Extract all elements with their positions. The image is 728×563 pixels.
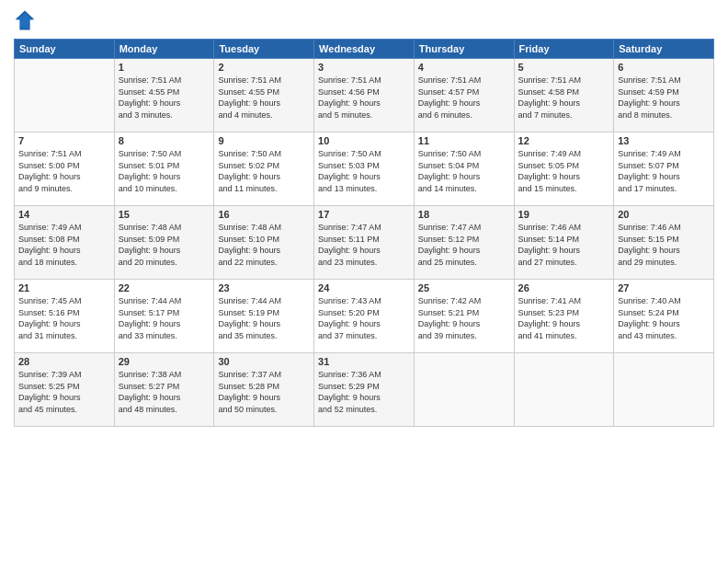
- column-header-saturday: Saturday: [614, 40, 714, 59]
- calendar-cell: 25Sunrise: 7:42 AM Sunset: 5:21 PM Dayli…: [414, 280, 514, 353]
- day-number: 10: [318, 135, 410, 146]
- day-info: Sunrise: 7:41 AM Sunset: 5:23 PM Dayligh…: [518, 295, 610, 341]
- day-number: 7: [18, 135, 110, 146]
- calendar-cell: 2Sunrise: 7:51 AM Sunset: 4:55 PM Daylig…: [214, 59, 314, 132]
- calendar-cell: 12Sunrise: 7:49 AM Sunset: 5:05 PM Dayli…: [514, 132, 614, 206]
- day-info: Sunrise: 7:46 AM Sunset: 5:14 PM Dayligh…: [518, 222, 610, 268]
- calendar-cell: [414, 353, 514, 427]
- day-number: 6: [618, 62, 710, 73]
- day-number: 5: [518, 62, 610, 73]
- day-info: Sunrise: 7:51 AM Sunset: 4:58 PM Dayligh…: [518, 75, 610, 121]
- day-number: 14: [18, 209, 110, 220]
- calendar-cell: 6Sunrise: 7:51 AM Sunset: 4:59 PM Daylig…: [614, 59, 714, 132]
- day-number: 8: [119, 135, 210, 146]
- day-info: Sunrise: 7:50 AM Sunset: 5:04 PM Dayligh…: [418, 148, 510, 194]
- column-header-thursday: Thursday: [414, 40, 514, 59]
- day-info: Sunrise: 7:48 AM Sunset: 5:09 PM Dayligh…: [119, 222, 210, 268]
- day-number: 13: [618, 135, 710, 146]
- day-info: Sunrise: 7:42 AM Sunset: 5:21 PM Dayligh…: [418, 295, 510, 341]
- day-info: Sunrise: 7:43 AM Sunset: 5:20 PM Dayligh…: [318, 295, 410, 341]
- calendar-cell: 9Sunrise: 7:50 AM Sunset: 5:02 PM Daylig…: [214, 132, 314, 206]
- calendar-cell: 3Sunrise: 7:51 AM Sunset: 4:56 PM Daylig…: [314, 59, 415, 132]
- calendar-cell: 7Sunrise: 7:51 AM Sunset: 5:00 PM Daylig…: [15, 132, 115, 206]
- day-info: Sunrise: 7:47 AM Sunset: 5:12 PM Dayligh…: [418, 222, 510, 268]
- day-info: Sunrise: 7:48 AM Sunset: 5:10 PM Dayligh…: [218, 222, 310, 268]
- header: [14, 9, 714, 31]
- day-info: Sunrise: 7:51 AM Sunset: 4:57 PM Dayligh…: [418, 75, 510, 121]
- calendar-cell: [514, 353, 614, 427]
- day-info: Sunrise: 7:51 AM Sunset: 4:55 PM Dayligh…: [218, 75, 310, 121]
- calendar-cell: 8Sunrise: 7:50 AM Sunset: 5:01 PM Daylig…: [114, 132, 214, 206]
- calendar-cell: 19Sunrise: 7:46 AM Sunset: 5:14 PM Dayli…: [514, 206, 614, 280]
- day-number: 11: [418, 135, 510, 146]
- week-row-2: 7Sunrise: 7:51 AM Sunset: 5:00 PM Daylig…: [15, 132, 714, 206]
- day-number: 9: [218, 135, 310, 146]
- day-number: 31: [318, 356, 410, 367]
- calendar-cell: 16Sunrise: 7:48 AM Sunset: 5:10 PM Dayli…: [214, 206, 314, 280]
- day-info: Sunrise: 7:39 AM Sunset: 5:25 PM Dayligh…: [18, 369, 110, 415]
- calendar-cell: 20Sunrise: 7:46 AM Sunset: 5:15 PM Dayli…: [614, 206, 714, 280]
- day-number: 1: [119, 62, 210, 73]
- day-info: Sunrise: 7:50 AM Sunset: 5:01 PM Dayligh…: [119, 148, 210, 194]
- day-info: Sunrise: 7:47 AM Sunset: 5:11 PM Dayligh…: [318, 222, 410, 268]
- day-info: Sunrise: 7:49 AM Sunset: 5:05 PM Dayligh…: [518, 148, 610, 194]
- day-info: Sunrise: 7:44 AM Sunset: 5:17 PM Dayligh…: [119, 295, 210, 341]
- day-number: 27: [618, 282, 710, 293]
- calendar-cell: 26Sunrise: 7:41 AM Sunset: 5:23 PM Dayli…: [514, 280, 614, 353]
- day-number: 23: [218, 282, 310, 293]
- day-number: 12: [518, 135, 610, 146]
- calendar-cell: 28Sunrise: 7:39 AM Sunset: 5:25 PM Dayli…: [15, 353, 115, 427]
- calendar-cell: 24Sunrise: 7:43 AM Sunset: 5:20 PM Dayli…: [314, 280, 415, 353]
- day-info: Sunrise: 7:46 AM Sunset: 5:15 PM Dayligh…: [618, 222, 710, 268]
- day-number: 18: [418, 209, 510, 220]
- column-header-tuesday: Tuesday: [214, 40, 314, 59]
- calendar-cell: 29Sunrise: 7:38 AM Sunset: 5:27 PM Dayli…: [114, 353, 214, 427]
- day-info: Sunrise: 7:49 AM Sunset: 5:07 PM Dayligh…: [618, 148, 710, 194]
- week-row-5: 28Sunrise: 7:39 AM Sunset: 5:25 PM Dayli…: [15, 353, 714, 427]
- calendar-cell: 10Sunrise: 7:50 AM Sunset: 5:03 PM Dayli…: [314, 132, 415, 206]
- day-number: 19: [518, 209, 610, 220]
- calendar-cell: 18Sunrise: 7:47 AM Sunset: 5:12 PM Dayli…: [414, 206, 514, 280]
- column-header-wednesday: Wednesday: [314, 40, 415, 59]
- day-info: Sunrise: 7:51 AM Sunset: 4:55 PM Dayligh…: [119, 75, 210, 121]
- day-number: 4: [418, 62, 510, 73]
- page: SundayMondayTuesdayWednesdayThursdayFrid…: [0, 0, 728, 563]
- day-number: 16: [218, 209, 310, 220]
- calendar-cell: 22Sunrise: 7:44 AM Sunset: 5:17 PM Dayli…: [114, 280, 214, 353]
- day-number: 30: [218, 356, 310, 367]
- day-info: Sunrise: 7:37 AM Sunset: 5:28 PM Dayligh…: [218, 369, 310, 415]
- logo-icon: [14, 9, 36, 31]
- header-row: SundayMondayTuesdayWednesdayThursdayFrid…: [15, 40, 714, 59]
- column-header-sunday: Sunday: [15, 40, 115, 59]
- calendar-cell: 11Sunrise: 7:50 AM Sunset: 5:04 PM Dayli…: [414, 132, 514, 206]
- calendar-cell: 17Sunrise: 7:47 AM Sunset: 5:11 PM Dayli…: [314, 206, 415, 280]
- calendar-cell: [15, 59, 115, 132]
- day-number: 17: [318, 209, 410, 220]
- day-number: 3: [318, 62, 410, 73]
- day-number: 22: [119, 282, 210, 293]
- day-info: Sunrise: 7:51 AM Sunset: 4:56 PM Dayligh…: [318, 75, 410, 121]
- week-row-1: 1Sunrise: 7:51 AM Sunset: 4:55 PM Daylig…: [15, 59, 714, 132]
- calendar-cell: 21Sunrise: 7:45 AM Sunset: 5:16 PM Dayli…: [15, 280, 115, 353]
- day-number: 2: [218, 62, 310, 73]
- calendar-cell: [614, 353, 714, 427]
- calendar-cell: 15Sunrise: 7:48 AM Sunset: 5:09 PM Dayli…: [114, 206, 214, 280]
- day-info: Sunrise: 7:36 AM Sunset: 5:29 PM Dayligh…: [318, 369, 410, 415]
- day-number: 26: [518, 282, 610, 293]
- day-number: 15: [119, 209, 210, 220]
- calendar-cell: 1Sunrise: 7:51 AM Sunset: 4:55 PM Daylig…: [114, 59, 214, 132]
- column-header-monday: Monday: [114, 40, 214, 59]
- day-info: Sunrise: 7:50 AM Sunset: 5:03 PM Dayligh…: [318, 148, 410, 194]
- day-number: 20: [618, 209, 710, 220]
- day-number: 25: [418, 282, 510, 293]
- day-number: 21: [18, 282, 110, 293]
- day-number: 28: [18, 356, 110, 367]
- day-info: Sunrise: 7:38 AM Sunset: 5:27 PM Dayligh…: [119, 369, 210, 415]
- week-row-4: 21Sunrise: 7:45 AM Sunset: 5:16 PM Dayli…: [15, 280, 714, 353]
- day-info: Sunrise: 7:50 AM Sunset: 5:02 PM Dayligh…: [218, 148, 310, 194]
- day-info: Sunrise: 7:51 AM Sunset: 5:00 PM Dayligh…: [18, 148, 110, 194]
- day-info: Sunrise: 7:51 AM Sunset: 4:59 PM Dayligh…: [618, 75, 710, 121]
- calendar-cell: 4Sunrise: 7:51 AM Sunset: 4:57 PM Daylig…: [414, 59, 514, 132]
- calendar-cell: 14Sunrise: 7:49 AM Sunset: 5:08 PM Dayli…: [15, 206, 115, 280]
- day-info: Sunrise: 7:40 AM Sunset: 5:24 PM Dayligh…: [618, 295, 710, 341]
